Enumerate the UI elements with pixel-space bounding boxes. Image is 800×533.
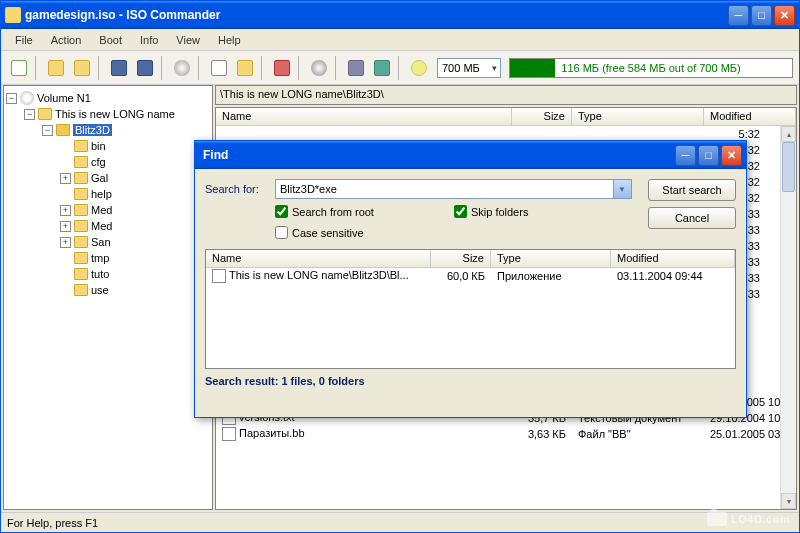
tree-item[interactable]: +Med bbox=[6, 218, 210, 234]
tree-item[interactable]: bin bbox=[6, 138, 210, 154]
table-row[interactable]: This is new LONG name\Blitz3D\Bl...60,0 … bbox=[206, 268, 735, 284]
tree-root[interactable]: − Volume N1 bbox=[6, 90, 210, 106]
find-titlebar[interactable]: Find ─ □ ✕ bbox=[195, 141, 746, 169]
main-scrollbar[interactable]: ▴ ▾ bbox=[780, 126, 796, 509]
scroll-up-icon[interactable]: ▴ bbox=[781, 126, 796, 142]
tool-add-file-button[interactable] bbox=[207, 56, 231, 80]
tree-item[interactable]: help bbox=[6, 186, 210, 202]
maximize-button[interactable]: □ bbox=[751, 5, 772, 26]
tree-item[interactable]: tmp bbox=[6, 250, 210, 266]
collapse-icon[interactable]: − bbox=[24, 109, 35, 120]
menu-file[interactable]: File bbox=[7, 32, 41, 48]
close-button[interactable]: ✕ bbox=[774, 5, 795, 26]
collapse-icon[interactable]: − bbox=[42, 125, 53, 136]
extract-icon bbox=[274, 60, 290, 76]
tool-convert-button[interactable] bbox=[307, 56, 331, 80]
tree-selected-label: Blitz3D bbox=[73, 124, 112, 136]
tool-burn-button[interactable] bbox=[170, 56, 194, 80]
file-add-icon bbox=[211, 60, 227, 76]
find-result-summary: Search result: 1 files, 0 folders bbox=[205, 375, 736, 387]
tree-item-label: help bbox=[91, 188, 112, 200]
tree-item[interactable]: tuto bbox=[6, 266, 210, 282]
tree-long-name[interactable]: − This is new LONG name bbox=[6, 106, 210, 122]
check-case-sensitive-input[interactable] bbox=[275, 226, 288, 239]
cell-modified: 03.11.2004 09:44 bbox=[611, 270, 735, 282]
folder-icon bbox=[74, 268, 88, 280]
menu-info[interactable]: Info bbox=[132, 32, 166, 48]
find-maximize-button[interactable]: □ bbox=[698, 145, 719, 166]
menu-boot[interactable]: Boot bbox=[91, 32, 130, 48]
cell-name: This is new LONG name\Blitz3D\Bl... bbox=[206, 269, 431, 283]
tool-new-button[interactable] bbox=[7, 56, 31, 80]
tree-item-label: cfg bbox=[91, 156, 106, 168]
tree-item[interactable]: cfg bbox=[6, 154, 210, 170]
wizard-icon bbox=[374, 60, 390, 76]
folder-icon bbox=[74, 188, 88, 200]
collapse-icon[interactable]: − bbox=[6, 93, 17, 104]
menu-help[interactable]: Help bbox=[210, 32, 249, 48]
col-size[interactable]: Size bbox=[512, 108, 572, 125]
main-list-header: Name Size Type Modified bbox=[216, 108, 796, 126]
statusbar: For Help, press F1 bbox=[1, 512, 799, 532]
camera-icon bbox=[707, 512, 727, 526]
check-search-root-input[interactable] bbox=[275, 205, 288, 218]
menu-action[interactable]: Action bbox=[43, 32, 90, 48]
properties-icon bbox=[348, 60, 364, 76]
find-col-modified[interactable]: Modified bbox=[611, 250, 735, 267]
col-name[interactable]: Name bbox=[216, 108, 512, 125]
expand-icon[interactable]: + bbox=[60, 205, 71, 216]
tool-save-button[interactable] bbox=[107, 56, 131, 80]
separator-icon bbox=[335, 56, 340, 80]
minimize-button[interactable]: ─ bbox=[728, 5, 749, 26]
cell-name: Паразиты.bb bbox=[216, 427, 512, 441]
check-skip-folders[interactable]: Skip folders bbox=[454, 205, 528, 218]
check-search-root[interactable]: Search from root bbox=[275, 205, 374, 218]
tool-find-button[interactable] bbox=[407, 56, 431, 80]
expand-icon[interactable]: + bbox=[60, 173, 71, 184]
scroll-down-icon[interactable]: ▾ bbox=[781, 493, 796, 509]
floppy-multi-icon bbox=[137, 60, 153, 76]
expand-icon[interactable]: + bbox=[60, 237, 71, 248]
cancel-button[interactable]: Cancel bbox=[648, 207, 736, 229]
expand-icon[interactable]: + bbox=[60, 221, 71, 232]
find-close-button[interactable]: ✕ bbox=[721, 145, 742, 166]
scroll-thumb[interactable] bbox=[782, 142, 795, 192]
tree-item-label: tmp bbox=[91, 252, 109, 264]
tree-selected[interactable]: − Blitz3D bbox=[6, 122, 210, 138]
start-search-button[interactable]: Start search bbox=[648, 179, 736, 201]
watermark: LO4D.com bbox=[707, 509, 790, 527]
search-for-combo[interactable]: Blitz3D*exe ▼ bbox=[275, 179, 632, 199]
col-type[interactable]: Type bbox=[572, 108, 704, 125]
check-skip-folders-input[interactable] bbox=[454, 205, 467, 218]
menubar: File Action Boot Info View Help bbox=[1, 29, 799, 51]
table-row[interactable]: Паразиты.bb3,63 КБФайл "BB"25.01.2005 03… bbox=[216, 426, 780, 442]
disc-size-value: 700 МБ bbox=[442, 62, 480, 74]
tool-open-recent-button[interactable] bbox=[70, 56, 94, 80]
find-col-size[interactable]: Size bbox=[431, 250, 491, 267]
tree-long-name-label: This is new LONG name bbox=[55, 108, 175, 120]
tool-wizard-button[interactable] bbox=[370, 56, 394, 80]
find-results-list[interactable]: Name Size Type Modified This is new LONG… bbox=[205, 249, 736, 369]
tool-properties-button[interactable] bbox=[344, 56, 368, 80]
find-col-type[interactable]: Type bbox=[491, 250, 611, 267]
tree-panel[interactable]: − Volume N1 − This is new LONG name − Bl… bbox=[3, 85, 213, 510]
tool-save-all-button[interactable] bbox=[133, 56, 157, 80]
tree-item[interactable]: +San bbox=[6, 234, 210, 250]
tree-item[interactable]: use bbox=[6, 282, 210, 298]
tool-extract-button[interactable] bbox=[270, 56, 294, 80]
find-minimize-button[interactable]: ─ bbox=[675, 145, 696, 166]
col-modified[interactable]: Modified bbox=[704, 108, 796, 125]
main-titlebar[interactable]: gamedesign.iso - ISO Commander ─ □ ✕ bbox=[1, 1, 799, 29]
tree-item[interactable]: +Med bbox=[6, 202, 210, 218]
folder-add-icon bbox=[237, 60, 253, 76]
menu-view[interactable]: View bbox=[168, 32, 208, 48]
tool-add-folder-button[interactable] bbox=[233, 56, 257, 80]
disc-size-combo[interactable]: 700 МБ bbox=[437, 58, 501, 78]
cell-size: 60,0 КБ bbox=[431, 270, 491, 282]
tool-open-button[interactable] bbox=[44, 56, 68, 80]
tree-item-label: tuto bbox=[91, 268, 109, 280]
check-case-sensitive[interactable]: Case sensitive bbox=[275, 226, 640, 239]
cell-modified: 5:32 bbox=[704, 128, 780, 140]
find-col-name[interactable]: Name bbox=[206, 250, 431, 267]
tree-item[interactable]: +Gal bbox=[6, 170, 210, 186]
